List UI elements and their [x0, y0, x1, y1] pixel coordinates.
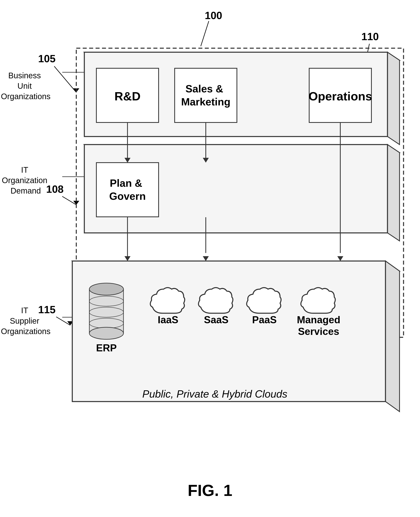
ref-110: 110 [361, 31, 379, 42]
ref-100: 100 [205, 10, 222, 21]
svg-line-5 [62, 196, 76, 205]
sales-box [175, 68, 237, 122]
svg-marker-13 [388, 145, 399, 241]
svg-line-7 [56, 317, 70, 325]
operations-label: Operations [308, 90, 372, 103]
erp-label: ERP [96, 342, 117, 353]
svg-text:IaaS: IaaS [158, 314, 179, 325]
clouds-label: Public, Private & Hybrid Clouds [142, 388, 287, 400]
plan-govern-box [96, 163, 159, 217]
svg-marker-28 [337, 256, 343, 261]
svg-line-0 [201, 21, 209, 46]
svg-point-34 [89, 327, 123, 339]
svg-text:SaaS: SaaS [204, 314, 228, 325]
fig-caption: FIG. 1 [188, 481, 232, 499]
ito-side-label: IT Organization Demand [2, 165, 50, 195]
rd-label: R&D [114, 90, 141, 103]
svg-text:Services: Services [298, 326, 339, 337]
ref-108: 108 [46, 183, 64, 195]
buo-side-label: Business Unit Organizations [1, 71, 51, 101]
svg-point-30 [89, 283, 123, 295]
svg-marker-10 [388, 52, 399, 145]
svg-text:Managed: Managed [297, 314, 340, 325]
ref-105: 105 [38, 53, 56, 64]
svg-marker-26 [124, 256, 130, 261]
svg-line-1 [54, 66, 76, 92]
svg-marker-27 [203, 256, 209, 261]
ref-115: 115 [38, 304, 56, 315]
svg-text:PaaS: PaaS [252, 314, 277, 325]
svg-marker-16 [385, 261, 399, 412]
